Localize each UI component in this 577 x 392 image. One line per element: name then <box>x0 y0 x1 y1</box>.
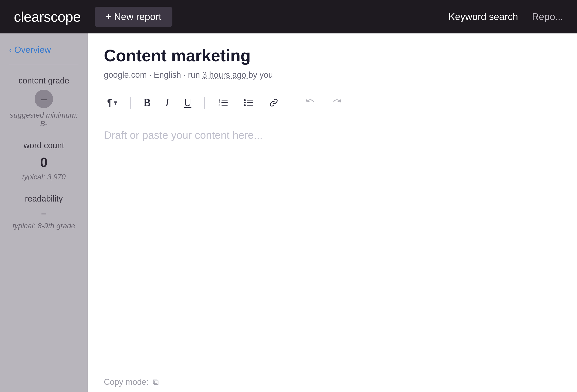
overview-link[interactable]: ‹ Overview <box>9 45 78 55</box>
nav-keyword-search[interactable]: Keyword search <box>448 11 518 22</box>
bottom-bar: Copy mode: ⧉ <box>88 372 577 392</box>
italic-button[interactable]: I <box>162 95 172 110</box>
svg-point-10 <box>244 102 246 103</box>
copy-mode-icon[interactable]: ⧉ <box>153 377 159 387</box>
paragraph-icon: ¶ <box>107 98 112 107</box>
page-title: Content marketing <box>104 46 561 65</box>
logo: clearscope <box>14 8 81 25</box>
svg-text:3: 3 <box>218 103 220 106</box>
ordered-list-button[interactable]: 1 2 3 <box>215 95 231 110</box>
dropdown-arrow-icon: ▾ <box>114 99 117 106</box>
content-area: Content marketing google.com · English ·… <box>88 33 577 392</box>
nav-reports[interactable]: Repo... <box>532 11 563 22</box>
content-grade-sub: suggested minimum: B- <box>9 111 78 128</box>
meta-sep1: · <box>149 70 154 80</box>
meta-sep2: · <box>183 70 188 80</box>
word-count-value: 0 <box>9 155 78 170</box>
topnav: clearscope + New report Keyword search R… <box>0 0 577 33</box>
overview-label: Overview <box>14 45 51 55</box>
main-layout: ‹ Overview content grade – suggested min… <box>0 33 577 392</box>
word-count-label: word count <box>9 141 78 150</box>
meta-by: by you <box>248 70 273 80</box>
redo-button[interactable] <box>328 95 345 110</box>
content-panel: Content marketing google.com · English ·… <box>88 33 577 392</box>
undo-button[interactable] <box>302 95 320 110</box>
underline-button[interactable]: U <box>180 95 195 110</box>
editor-area[interactable]: Draft or paste your content here... <box>88 116 577 372</box>
svg-point-11 <box>244 104 246 106</box>
content-grade-block: content grade – suggested minimum: B- <box>9 76 78 128</box>
meta-run: run <box>188 70 200 80</box>
sidebar: ‹ Overview content grade – suggested min… <box>0 33 88 392</box>
readability-label: readability <box>9 194 78 204</box>
content-meta: google.com · English · run 3 hours ago b… <box>104 70 561 80</box>
nav-links: Keyword search Repo... <box>448 11 563 22</box>
meta-language: English <box>154 70 181 80</box>
readability-value: – <box>9 208 78 219</box>
toolbar-divider-3 <box>292 97 292 109</box>
readability-block: readability – typical: 8-9th grade <box>9 194 78 230</box>
unordered-list-button[interactable] <box>240 95 257 110</box>
word-count-sub: typical: 3,970 <box>9 173 78 181</box>
svg-point-9 <box>244 99 246 101</box>
chevron-left-icon: ‹ <box>9 45 12 55</box>
copy-mode-label: Copy mode: <box>104 377 149 387</box>
toolbar-divider-2 <box>204 97 205 109</box>
toolbar-divider-1 <box>130 97 131 109</box>
content-grade-label: content grade <box>9 76 78 86</box>
editor-toolbar: ¶ ▾ B I U 1 2 3 <box>88 89 577 116</box>
bold-button[interactable]: B <box>140 95 154 110</box>
grade-value: – <box>41 93 47 105</box>
paragraph-dropdown[interactable]: ¶ ▾ <box>104 96 120 109</box>
meta-source: google.com <box>104 70 147 80</box>
readability-sub: typical: 8-9th grade <box>9 222 78 230</box>
sidebar-divider <box>9 64 78 64</box>
link-button[interactable] <box>265 95 282 110</box>
grade-circle: – <box>35 90 53 108</box>
meta-time: 3 hours ago <box>202 70 248 80</box>
word-count-block: word count 0 typical: 3,970 <box>9 141 78 181</box>
new-report-button[interactable]: + New report <box>95 7 173 27</box>
content-header: Content marketing google.com · English ·… <box>88 33 577 89</box>
editor-placeholder: Draft or paste your content here... <box>104 129 263 141</box>
